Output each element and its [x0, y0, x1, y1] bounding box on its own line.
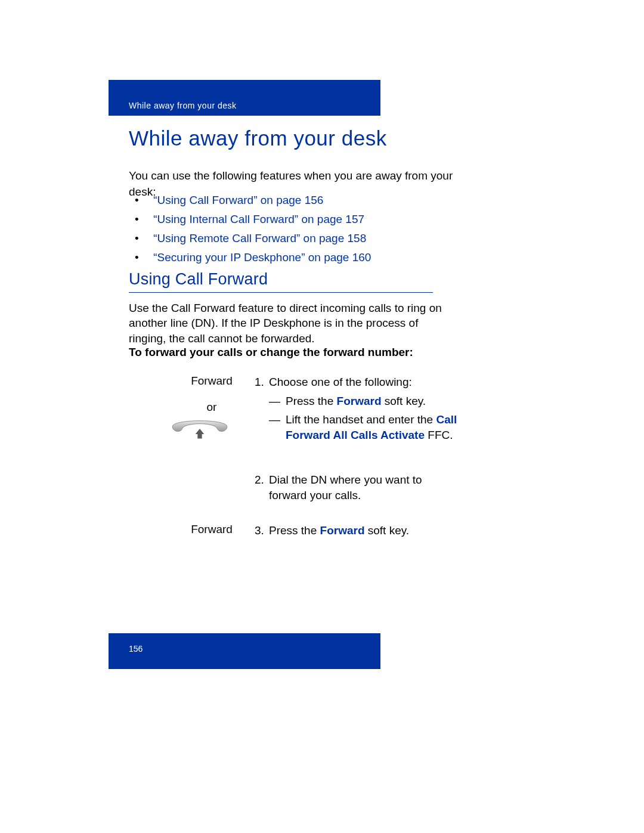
or-label: or: [179, 401, 244, 414]
breadcrumb: While away from your desk: [129, 101, 237, 110]
bullet-icon: •: [135, 213, 150, 226]
softkey-name: Forward: [337, 395, 382, 407]
softkey-name: Forward: [320, 524, 365, 537]
section-title: Using Call Forward: [129, 270, 433, 293]
link-securing-deskphone[interactable]: “Securing your IP Deskphone” on page 160: [153, 251, 371, 264]
step-number: 2.: [255, 472, 269, 488]
step-number: 1.: [255, 374, 269, 390]
footer-bar: 156: [109, 633, 380, 669]
bullet-icon: •: [135, 232, 150, 245]
step-text: Dial the DN where you want to forward yo…: [269, 472, 462, 503]
document-page: While away from your desk While away fro…: [0, 0, 644, 833]
link-list: • “Using Call Forward” on page 156 • “Us…: [135, 191, 469, 267]
link-internal-call-forward[interactable]: “Using Internal Call Forward” on page 15…: [153, 213, 364, 225]
page-number: 156: [129, 644, 143, 654]
offhook-icon: [167, 414, 233, 445]
step-1: 1.Choose one of the following: —Press th…: [255, 374, 463, 443]
softkey-label: Forward: [179, 523, 244, 536]
option-text: Lift the handset and enter the Call Forw…: [286, 412, 462, 442]
bullet-icon: •: [135, 194, 150, 207]
step-3: 3.Press the Forward soft key.: [255, 523, 463, 538]
step-text: Choose one of the following:: [269, 376, 412, 388]
link-remote-call-forward[interactable]: “Using Remote Call Forward” on page 158: [153, 232, 366, 244]
step-text: Press the Forward soft key.: [269, 524, 409, 537]
link-call-forward[interactable]: “Using Call Forward” on page 156: [153, 194, 323, 206]
bullet-icon: •: [135, 251, 150, 264]
header-bar: While away from your desk: [109, 80, 380, 116]
procedure-title: To forward your calls or change the forw…: [129, 346, 463, 359]
step-2: 2.Dial the DN where you want to forward …: [255, 472, 463, 503]
page-title: While away from your desk: [129, 126, 387, 150]
softkey-label: Forward: [179, 374, 244, 388]
dash-icon: —: [269, 394, 286, 409]
option-text: Press the Forward soft key.: [286, 394, 462, 409]
section-body: Use the Call Forward feature to direct i…: [129, 301, 445, 346]
step-number: 3.: [255, 523, 269, 538]
dash-icon: —: [269, 412, 286, 428]
